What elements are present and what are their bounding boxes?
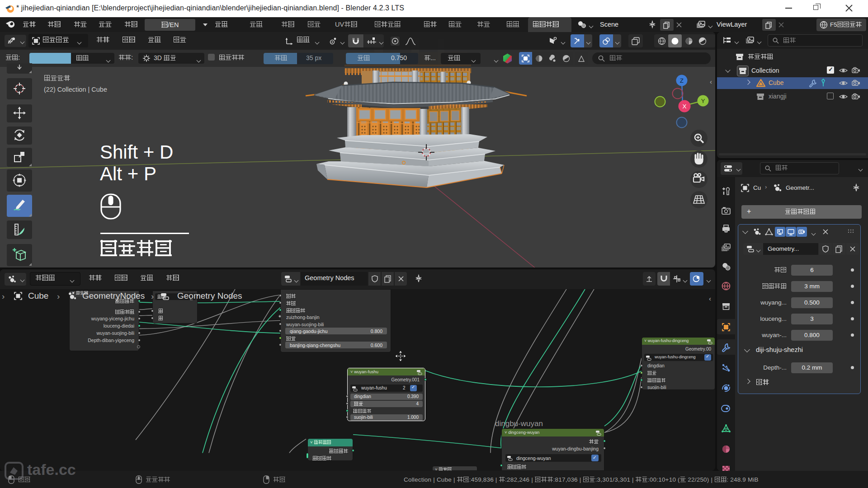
- svg-text:Y: Y: [701, 98, 705, 104]
- svg-text:Z: Z: [680, 77, 684, 84]
- svg-text:X: X: [682, 103, 686, 110]
